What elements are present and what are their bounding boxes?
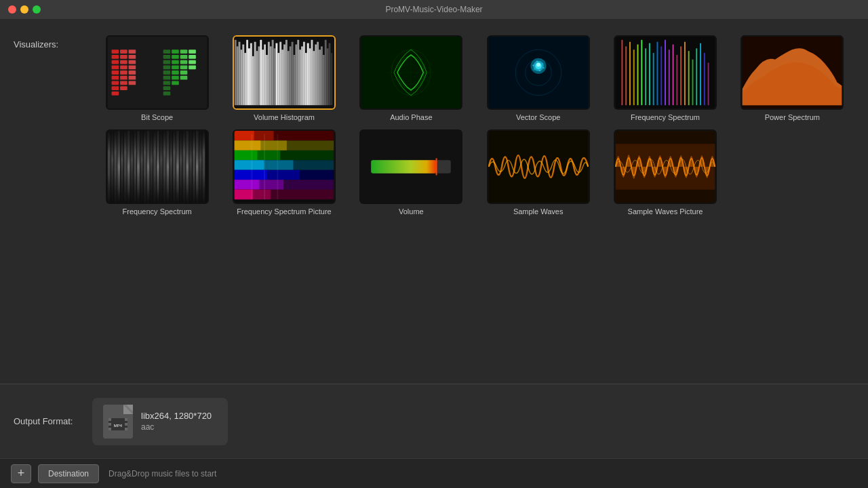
visualizers-grid-container: Bit Scope [95, 33, 868, 370]
svg-rect-80 [290, 46, 292, 105]
svg-rect-78 [285, 40, 288, 105]
titlebar: ProMV-Music-Video-Maker [0, 0, 868, 19]
svg-rect-40 [172, 81, 179, 85]
svg-rect-216 [125, 423, 127, 426]
visualizer-volume-histogram[interactable]: Volume Histogram [222, 35, 346, 121]
svg-rect-85 [299, 49, 301, 105]
svg-rect-4 [111, 65, 119, 69]
svg-rect-30 [163, 76, 170, 80]
visualizer-volume[interactable]: Volume [349, 129, 473, 216]
svg-rect-76 [281, 49, 283, 105]
frequency-spectrum-pic-label: Frequency Spectrum Picture [237, 207, 331, 216]
svg-rect-55 [240, 49, 242, 105]
svg-rect-27 [163, 60, 170, 64]
svg-rect-151 [124, 131, 127, 203]
visualizer-frequency-spectrum-thumb [614, 35, 717, 110]
svg-rect-73 [275, 43, 277, 106]
svg-rect-155 [137, 131, 140, 203]
svg-rect-163 [163, 131, 165, 203]
svg-rect-212 [108, 418, 111, 421]
svg-rect-149 [117, 131, 120, 203]
svg-rect-33 [163, 92, 170, 96]
visualizer-frequency-spectrum-2[interactable]: Frequency Spectrum [95, 129, 219, 216]
volume-histogram-label: Volume Histogram [254, 113, 315, 121]
svg-rect-46 [180, 76, 187, 80]
svg-rect-165 [170, 131, 172, 203]
svg-rect-54 [239, 42, 241, 105]
power-spectrum-label: Power Spectrum [765, 113, 820, 121]
svg-rect-167 [176, 131, 179, 203]
visualizer-volume-thumb [359, 129, 462, 204]
svg-rect-38 [172, 70, 179, 75]
window-controls [8, 5, 41, 14]
svg-rect-146 [107, 131, 110, 203]
format-audio: aac [141, 422, 212, 432]
svg-rect-83 [295, 45, 297, 106]
svg-rect-148 [114, 131, 117, 203]
svg-rect-101 [330, 53, 332, 105]
visualizer-vector-scope[interactable]: Vector Scope [476, 35, 600, 121]
minimize-button[interactable] [20, 5, 28, 14]
svg-rect-68 [266, 55, 268, 105]
sample-waves-label: Sample Waves [513, 207, 564, 216]
maximize-button[interactable] [33, 5, 41, 14]
svg-rect-10 [120, 49, 127, 54]
visualizer-frequency-spectrum-pic[interactable]: Frequency Spectrum Picture [222, 129, 346, 216]
frequency-spectrum-label: Frequency Spectrum [631, 113, 700, 121]
destination-button[interactable]: Destination [38, 464, 99, 483]
svg-rect-50 [189, 65, 196, 69]
visualizer-frequency-spectrum[interactable]: Frequency Spectrum [603, 35, 727, 121]
svg-rect-7 [111, 81, 119, 85]
sample-waves-pic-label: Sample Waves Picture [628, 207, 703, 216]
svg-rect-156 [140, 131, 143, 203]
svg-rect-25 [163, 49, 170, 54]
format-details: libx264, 868*488 aac [141, 411, 212, 432]
svg-rect-185 [235, 150, 258, 160]
visualizer-sample-waves-pic[interactable]: Sample Waves Picture [603, 129, 727, 216]
format-codec: libx264, 868*488 [141, 411, 212, 421]
output-format-label: Output Format: [14, 416, 81, 426]
svg-rect-67 [264, 45, 266, 106]
svg-rect-87 [303, 42, 305, 105]
svg-rect-92 [313, 51, 315, 105]
svg-rect-21 [128, 65, 136, 69]
svg-rect-203 [372, 160, 437, 173]
svg-rect-41 [180, 49, 187, 54]
visualizer-sample-waves-thumb [487, 129, 590, 204]
svg-point-113 [536, 63, 540, 67]
svg-point-117 [538, 70, 540, 72]
svg-rect-214 [108, 428, 111, 430]
svg-rect-31 [163, 81, 170, 85]
visualizer-power-spectrum[interactable]: Power Spectrum [730, 35, 854, 121]
svg-rect-8 [111, 86, 119, 90]
visualizer-audio-phase[interactable]: Audio Phase [349, 35, 473, 121]
visualizer-sample-waves[interactable]: Sample Waves [476, 129, 600, 216]
audio-phase-label: Audio Phase [390, 113, 432, 121]
bit-scope-label: Bit Scope [141, 113, 173, 121]
main-content: Visualizers: [0, 19, 868, 488]
visualizer-bit-scope[interactable]: Bit Scope [95, 35, 219, 121]
svg-rect-26 [163, 55, 170, 59]
svg-rect-60 [250, 43, 252, 106]
close-button[interactable] [8, 5, 16, 14]
add-button[interactable]: + [11, 464, 31, 483]
svg-rect-100 [329, 43, 331, 106]
svg-rect-84 [297, 40, 299, 105]
volume-label: Volume [399, 207, 424, 216]
svg-rect-72 [274, 48, 276, 105]
svg-rect-174 [199, 131, 201, 203]
svg-rect-213 [108, 423, 111, 426]
svg-rect-34 [172, 49, 179, 54]
svg-rect-200 [277, 134, 278, 199]
svg-rect-169 [182, 131, 185, 203]
visualizers-label: Visualizers: [0, 33, 95, 370]
svg-point-115 [541, 63, 544, 66]
svg-rect-44 [180, 65, 187, 69]
svg-rect-188 [235, 160, 264, 169]
svg-rect-162 [160, 131, 163, 203]
svg-rect-18 [128, 49, 136, 54]
svg-rect-49 [189, 60, 196, 64]
svg-rect-79 [288, 51, 290, 105]
svg-rect-53 [237, 46, 239, 105]
format-card[interactable]: MP4 libx264, 868*488 aac [92, 398, 228, 445]
